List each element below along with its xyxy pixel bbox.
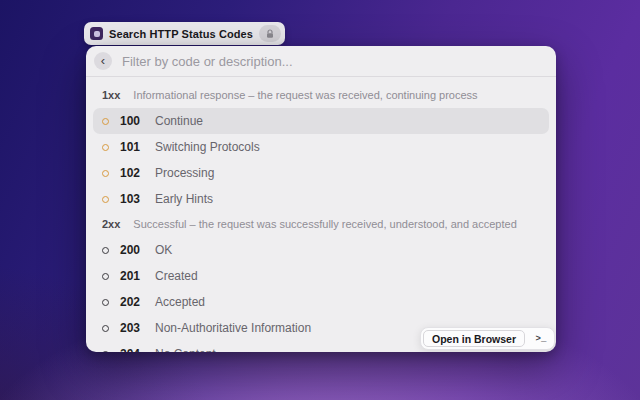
status-code: 202 (120, 295, 144, 309)
status-code: 100 (120, 114, 144, 128)
section-description: Informational response – the request was… (133, 89, 477, 101)
status-row-102[interactable]: 102 Processing (93, 160, 549, 186)
lock-icon (265, 29, 275, 39)
status-row-101[interactable]: 101 Switching Protocols (93, 134, 549, 160)
status-circle-icon (102, 118, 109, 125)
status-label: Switching Protocols (155, 140, 260, 154)
status-row-103[interactable]: 103 Early Hints (93, 186, 549, 212)
filter-input[interactable] (122, 54, 544, 69)
status-circle-icon (102, 325, 109, 332)
section-header-1xx: 1xx Informational response – the request… (93, 89, 549, 105)
status-label: Processing (155, 166, 214, 180)
section-code: 2xx (102, 218, 120, 230)
status-label: Accepted (155, 295, 205, 309)
section-header-2xx: 2xx Successful – the request was success… (93, 218, 549, 234)
status-circle-icon (102, 144, 109, 151)
back-button[interactable]: ‹ (94, 52, 112, 70)
status-codes-panel: ‹ 1xx Informational response – the reque… (86, 46, 556, 352)
status-code: 101 (120, 140, 144, 154)
status-label: Non-Authoritative Information (155, 321, 311, 335)
terminal-icon[interactable]: >_ (530, 330, 552, 347)
status-circle-icon (102, 299, 109, 306)
status-circle-icon (102, 247, 109, 254)
status-circle-icon (102, 170, 109, 177)
status-row-200[interactable]: 200 OK (93, 237, 549, 263)
search-bar: ‹ (86, 46, 556, 77)
status-label: Created (155, 269, 198, 283)
status-circle-icon (102, 351, 109, 353)
status-code: 200 (120, 243, 144, 257)
status-label: No Content (155, 347, 216, 352)
status-circle-icon (102, 273, 109, 280)
status-code: 204 (120, 347, 144, 352)
lock-chip (259, 25, 281, 42)
section-code: 1xx (102, 89, 120, 101)
status-label: Early Hints (155, 192, 213, 206)
command-pill[interactable]: Search HTTP Status Codes (84, 22, 285, 45)
section-description: Successful – the request was successfull… (133, 218, 516, 230)
status-label: Continue (155, 114, 203, 128)
status-row-201[interactable]: 201 Created (93, 263, 549, 289)
status-code: 103 (120, 192, 144, 206)
status-code-list: 1xx Informational response – the request… (86, 77, 556, 352)
status-row-202[interactable]: 202 Accepted (93, 289, 549, 315)
action-bar: Open in Browser >_ (420, 327, 555, 350)
status-code: 203 (120, 321, 144, 335)
status-label: OK (155, 243, 172, 257)
status-code: 102 (120, 166, 144, 180)
command-title: Search HTTP Status Codes (109, 28, 253, 40)
status-row-100[interactable]: 100 Continue (93, 108, 549, 134)
status-code: 201 (120, 269, 144, 283)
status-circle-icon (102, 196, 109, 203)
open-in-browser-button[interactable]: Open in Browser (423, 330, 525, 347)
extension-icon (90, 27, 103, 40)
